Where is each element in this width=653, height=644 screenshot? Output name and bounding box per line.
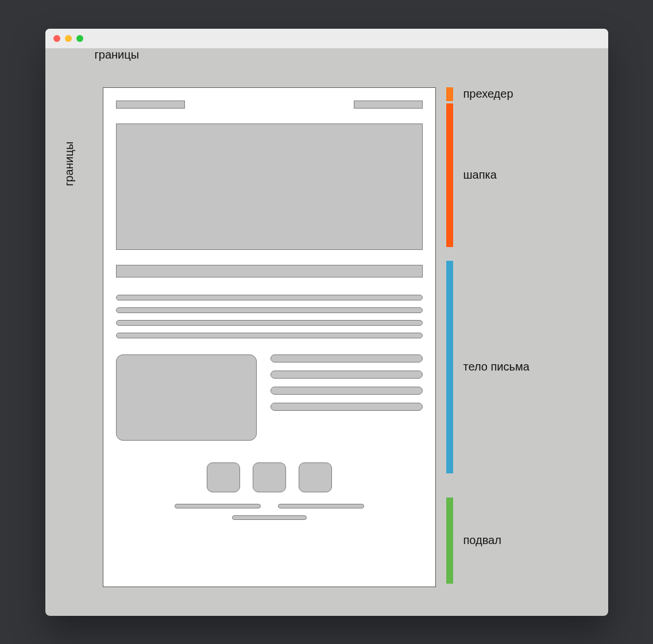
minimize-icon[interactable] <box>65 35 72 42</box>
legend-label-header: шапка <box>463 168 497 182</box>
footer-icon-placeholder <box>299 462 332 492</box>
footer-link-placeholder <box>278 504 364 508</box>
legend-label-footer: подвал <box>463 534 501 547</box>
window-titlebar <box>45 29 608 48</box>
legend-label-body: тело письма <box>463 360 530 373</box>
footer-links-row <box>116 504 423 508</box>
footer-icon-placeholder <box>207 462 240 492</box>
text-line-placeholder <box>116 320 423 326</box>
diagram-canvas: границы границы <box>45 48 608 616</box>
legend-bar-header <box>446 103 453 247</box>
legend-item-body: тело письма <box>446 261 530 473</box>
boundary-label-side: границы <box>63 141 76 186</box>
preheader-right-placeholder <box>354 101 423 109</box>
text-line-placeholder <box>271 387 423 395</box>
legend-item-header: шапка <box>446 103 530 247</box>
legend-item-footer: подвал <box>446 498 530 584</box>
email-wireframe <box>103 87 436 587</box>
text-line-placeholder <box>271 403 423 411</box>
legend-label-preheader: прехедер <box>463 87 513 101</box>
body-image-placeholder <box>116 354 257 441</box>
text-line-placeholder <box>116 295 423 300</box>
legend-bar-footer <box>446 498 453 584</box>
body-subheading-placeholder <box>116 265 423 277</box>
text-line-placeholder <box>271 371 423 379</box>
text-line-placeholder <box>116 307 423 313</box>
legend: прехедер шапка тело письма подвал <box>446 87 530 584</box>
legend-bar-body <box>446 261 453 473</box>
preheader-left-placeholder <box>116 101 185 109</box>
footer-link-placeholder <box>175 504 261 508</box>
footer-link-placeholder <box>232 515 307 520</box>
legend-item-preheader: прехедер <box>446 87 530 101</box>
boundary-label-top: границы <box>95 48 140 61</box>
footer-icons-row <box>116 462 423 492</box>
body-paragraph <box>116 295 423 338</box>
browser-window: границы границы <box>45 29 608 616</box>
footer-bottom-row <box>116 515 423 520</box>
footer-icon-placeholder <box>253 462 286 492</box>
preheader-section <box>116 101 423 109</box>
text-line-placeholder <box>116 333 423 338</box>
header-hero-placeholder <box>116 124 423 250</box>
legend-bar-preheader <box>446 87 453 101</box>
text-line-placeholder <box>271 354 423 363</box>
close-icon[interactable] <box>53 35 60 42</box>
body-two-column <box>116 354 423 441</box>
maximize-icon[interactable] <box>76 35 83 42</box>
